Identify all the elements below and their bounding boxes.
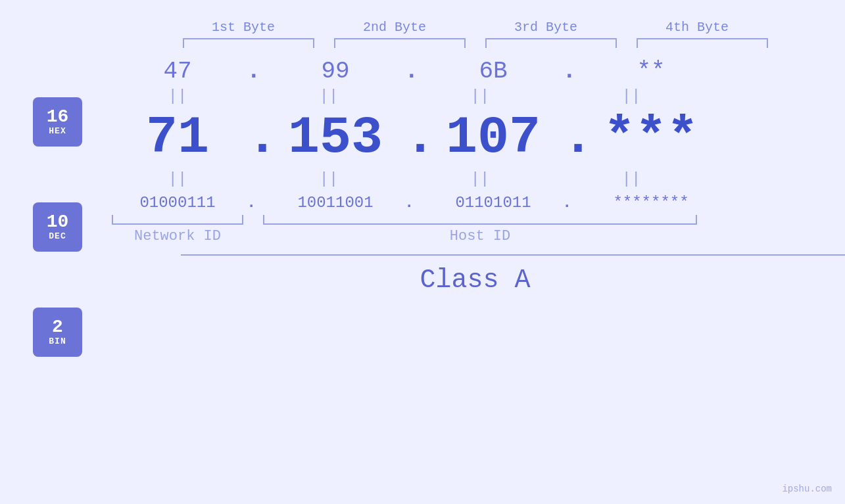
bin-row: 01000111 . 10011001 . 01101011 . *******… (112, 194, 829, 212)
eq2-b1: || (112, 170, 243, 188)
dec-byte3: 107 (427, 108, 559, 168)
hex-byte2: 99 (270, 58, 401, 85)
dec-byte2: 153 (270, 108, 401, 168)
dec-byte4: *** (585, 108, 717, 168)
hex-badge-number: 16 (47, 108, 69, 126)
top-brackets (133, 38, 817, 48)
network-id-label: Network ID (112, 228, 243, 244)
eq1-b2: || (263, 87, 395, 105)
dec-dot2: . (404, 108, 424, 168)
hex-dot1: . (247, 58, 266, 85)
header-byte3: 3rd Byte (480, 20, 612, 35)
bin-dot3: . (562, 194, 582, 212)
hex-byte1: 47 (112, 58, 243, 85)
host-bracket (263, 215, 697, 225)
bottom-line (181, 254, 845, 256)
hex-badge-label: HEX (49, 126, 66, 136)
bin-byte1: 01000111 (112, 194, 243, 212)
bracket-byte3 (485, 38, 617, 48)
dec-badge-label: DEC (49, 231, 66, 241)
bottom-brackets (112, 215, 829, 225)
equals-row-1: || || || || (112, 85, 829, 108)
dec-dot3: . (562, 108, 582, 168)
hex-row: 47 . 99 . 6B . ** (112, 58, 829, 85)
equals-row-2: || || || || (112, 168, 829, 191)
header-byte2: 2nd Byte (329, 20, 460, 35)
bracket-byte4 (637, 38, 768, 48)
class-label: Class A (133, 265, 817, 295)
eq2-b4: || (566, 170, 697, 188)
bin-badge: 2 BIN (33, 308, 82, 357)
dec-badge: 10 DEC (33, 202, 82, 252)
hex-dot3: . (562, 58, 582, 85)
dec-row: 71 . 153 . 107 . *** (112, 108, 829, 168)
bin-badge-number: 2 (52, 318, 63, 336)
bin-byte2: 10011001 (270, 194, 401, 212)
eq1-b3: || (414, 87, 546, 105)
eq1-b1: || (112, 87, 243, 105)
hex-byte4: ** (585, 58, 717, 85)
header-byte1: 1st Byte (178, 20, 309, 35)
hex-badge: 16 HEX (33, 97, 82, 147)
eq2-b3: || (414, 170, 546, 188)
bin-dot2: . (404, 194, 424, 212)
eq1-b4: || (566, 87, 697, 105)
dec-dot1: . (247, 108, 266, 168)
bin-byte3: 01101011 (427, 194, 559, 212)
eq2-b2: || (263, 170, 395, 188)
hex-byte3: 6B (427, 58, 559, 85)
column-headers: 1st Byte 2nd Byte 3rd Byte 4th Byte (0, 20, 845, 35)
bracket-byte1 (183, 38, 314, 48)
dec-byte1: 71 (112, 108, 243, 168)
bin-byte4: ******** (585, 194, 717, 212)
bottom-labels: Network ID Host ID (112, 228, 829, 244)
dec-badge-number: 10 (47, 213, 69, 231)
bracket-byte2 (334, 38, 466, 48)
watermark: ipshu.com (782, 484, 832, 494)
bin-badge-label: BIN (49, 336, 66, 346)
bin-dot1: . (247, 194, 266, 212)
net-bracket (112, 215, 243, 225)
main-container: 16 HEX 10 DEC 2 BIN 1st Byte 2nd Byte 3r… (0, 0, 845, 504)
hex-dot2: . (404, 58, 424, 85)
header-byte4: 4th Byte (631, 20, 763, 35)
host-id-label: Host ID (263, 228, 697, 244)
